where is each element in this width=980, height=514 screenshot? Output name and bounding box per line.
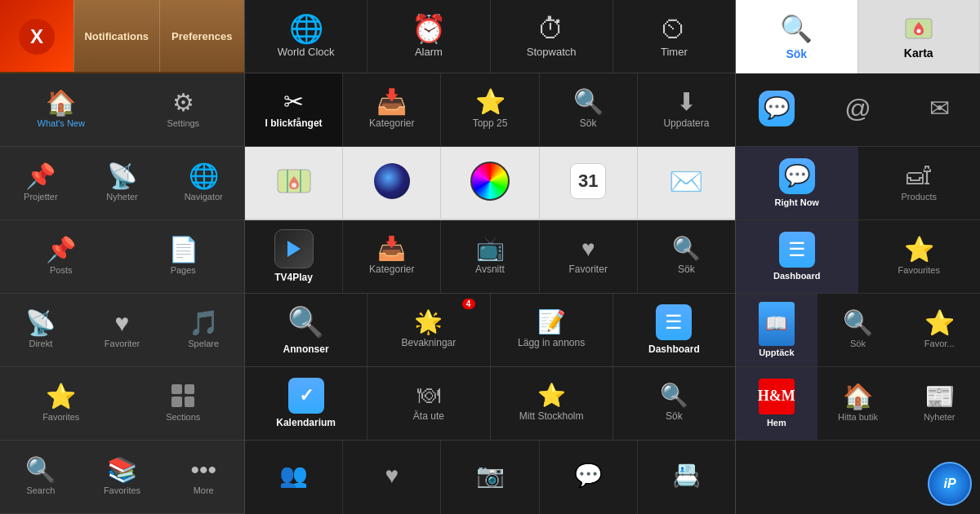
tv4play-label: TV4Play xyxy=(274,272,313,283)
whats-new-icon: 🏠 xyxy=(46,91,76,115)
sok-kal-cell[interactable]: 🔍 Sök xyxy=(613,367,735,440)
right-tabs: 🔍 Sök Karta xyxy=(736,0,980,73)
posts-cell[interactable]: 📌 Posts xyxy=(0,220,122,293)
sok-as-cell[interactable]: 🔍 Sök xyxy=(540,73,638,146)
navigator-label: Navigator xyxy=(185,192,223,202)
projetter-cell[interactable]: 📌 Projetter xyxy=(0,147,82,219)
favor-right-cell[interactable]: ⭐ Favor... xyxy=(898,294,980,366)
rightnow-cell[interactable]: 💬 Right Now xyxy=(736,147,858,219)
upptack-cell[interactable]: 📖 Upptäck xyxy=(736,294,817,366)
svg-point-5 xyxy=(916,29,920,33)
letter-cell[interactable]: ✉️ xyxy=(638,147,735,219)
direkt-icon: 📡 xyxy=(25,311,56,335)
sok-tab[interactable]: 🔍 Sök xyxy=(736,0,858,73)
hem-cell[interactable]: H&M Hem xyxy=(736,367,817,440)
dashboard-label: Dashboard xyxy=(648,343,700,355)
timer-label: Timer xyxy=(661,46,688,59)
uppdatera-cell[interactable]: ⬇ Uppdatera xyxy=(638,73,735,146)
kalendarium-cell[interactable]: ✓ Kalendarium xyxy=(245,367,368,440)
topp25-cell[interactable]: ⭐ Topp 25 xyxy=(441,73,539,146)
notifications-button[interactable]: Notifications xyxy=(74,0,159,72)
sok-tv-label: Sök xyxy=(678,264,695,275)
ata-ute-cell[interactable]: 🍽 Äta ute xyxy=(368,367,490,440)
sok-tab-label: Sök xyxy=(786,47,807,60)
dashboard-cell[interactable]: ☰ Dashboard xyxy=(613,294,735,366)
users-cell[interactable]: 👥 xyxy=(245,441,343,514)
timer-cell[interactable]: ⏲ Timer xyxy=(613,0,735,73)
kategorier-tv-cell[interactable]: 📥 Kategorier xyxy=(343,220,441,293)
rightnow-label: Right Now xyxy=(775,197,819,208)
lagg-in-cell[interactable]: 📝 Lägg in annons xyxy=(491,294,613,366)
sok-right-cell[interactable]: 🔍 Sök xyxy=(817,294,899,366)
navigator-cell[interactable]: 🌐 Navigator xyxy=(163,147,244,219)
stopwatch-icon: ⏱ xyxy=(537,15,565,42)
at-right-cell[interactable]: @ xyxy=(817,73,899,146)
search-lp-cell[interactable]: 🔍 Search xyxy=(0,441,82,513)
mitt-stockholm-cell[interactable]: ⭐ Mitt Stockholm xyxy=(491,367,613,440)
contacts-bot-icon: 📇 xyxy=(672,464,701,487)
sok-tv-cell[interactable]: 🔍 Sök xyxy=(638,220,735,293)
favourites-right-label: Favourites xyxy=(898,265,940,276)
annonser-cell[interactable]: 🔍 Annonser xyxy=(245,294,368,366)
posts-label: Posts xyxy=(50,265,73,276)
maps-cell[interactable] xyxy=(245,147,343,219)
nyheter-right-cell[interactable]: 📰 Nyheter xyxy=(898,367,980,440)
globe-app-cell[interactable] xyxy=(343,147,441,219)
world-clock-cell[interactable]: 🌐 World Clock xyxy=(245,0,368,73)
nyheter-right-label: Nyheter xyxy=(924,412,956,423)
contacts-bot-cell[interactable]: 📇 xyxy=(638,441,735,514)
posts-icon: 📌 xyxy=(46,237,76,262)
sok-as-icon: 🔍 xyxy=(573,90,604,114)
avsnitt-cell[interactable]: 📺 Avsnitt xyxy=(441,220,539,293)
hitta-butik-cell[interactable]: 🏠 Hitta butik xyxy=(817,367,899,440)
nyheter-cell[interactable]: 📡 Nyheter xyxy=(82,147,163,219)
tv4play-cell[interactable]: TV4Play xyxy=(245,220,343,293)
settings-cell[interactable]: ⚙ Settings xyxy=(122,73,245,146)
favorites2-lp-cell[interactable]: 📚 Favorites xyxy=(82,441,163,513)
favoriter-lp-cell[interactable]: ♥ Favoriter xyxy=(82,294,163,366)
direkt-cell[interactable]: 📡 Direkt xyxy=(0,294,82,366)
message-right-cell[interactable]: 💬 xyxy=(736,73,817,146)
favorites-lp-icon: ⭐ xyxy=(46,384,76,409)
i-blickfanget-cell[interactable]: ✂ I blickfånget xyxy=(245,73,343,146)
pages-cell[interactable]: 📄 Pages xyxy=(122,220,245,293)
ip-logo: iP xyxy=(928,462,972,506)
favourites-right-cell[interactable]: ⭐ Favourites xyxy=(858,220,981,293)
mail-right-cell[interactable]: ✉ xyxy=(898,73,980,146)
sok-tab-icon: 🔍 xyxy=(780,13,813,44)
alarm-cell[interactable]: ⏰ Alarm xyxy=(368,0,490,73)
left-rows: 🏠 What's New ⚙ Settings 📌 Projetter 📡 Ny… xyxy=(0,73,244,514)
dashboard-right-label: Dashboard xyxy=(773,271,820,281)
kal-row: ✓ Kalendarium 🍽 Äta ute ⭐ Mitt Stockholm… xyxy=(245,367,735,441)
stopwatch-cell[interactable]: ⏱ Stopwatch xyxy=(491,0,613,73)
chat-bot-cell[interactable]: 💬 xyxy=(540,441,638,514)
right-row-2: 💬 Right Now 🛋 Products xyxy=(736,147,980,220)
favoriter-tv-cell[interactable]: ♥ Favoriter xyxy=(540,220,638,293)
upptack-label: Upptäck xyxy=(759,348,794,358)
more-lp-cell[interactable]: ••• More xyxy=(163,441,244,513)
rightnow-icon: 💬 xyxy=(779,158,815,194)
camera-bot-cell[interactable]: 📷 xyxy=(441,441,539,514)
spelare-cell[interactable]: 🎵 Spelare xyxy=(163,294,244,366)
sections-cell[interactable]: Sections xyxy=(122,367,245,440)
favor-right-label: Favor... xyxy=(924,339,955,349)
heart-bot-cell[interactable]: ♥ xyxy=(343,441,441,514)
favorites-lp-cell[interactable]: ⭐ Favorites xyxy=(0,367,122,440)
dashboard-right-icon: ☰ xyxy=(779,232,815,268)
calendar-31-cell[interactable]: 31 xyxy=(540,147,638,219)
dashboard-right-cell[interactable]: ☰ Dashboard xyxy=(736,220,858,293)
projetter-icon: 📌 xyxy=(25,164,56,188)
bevakningar-cell[interactable]: 🌟 4 Bevakningar xyxy=(368,294,490,366)
kategorier-tv-label: Kategorier xyxy=(369,264,414,275)
hitta-butik-label: Hitta butik xyxy=(838,412,878,423)
preferences-button[interactable]: Preferences xyxy=(159,0,245,72)
left-row-5: ⭐ Favorites Sections xyxy=(0,367,244,441)
kategorier-as-cell[interactable]: 📥 Kategorier xyxy=(343,73,441,146)
favourites-right-icon: ⭐ xyxy=(904,237,934,262)
search-lp-label: Search xyxy=(26,485,55,496)
center-content: 🌐 World Clock ⏰ Alarm ⏱ Stopwatch ⏲ Time… xyxy=(245,0,735,514)
colorwheel-cell[interactable] xyxy=(441,147,539,219)
karta-tab[interactable]: Karta xyxy=(858,0,981,73)
whats-new-cell[interactable]: 🏠 What's New xyxy=(0,73,122,146)
products-cell[interactable]: 🛋 Products xyxy=(858,147,981,219)
